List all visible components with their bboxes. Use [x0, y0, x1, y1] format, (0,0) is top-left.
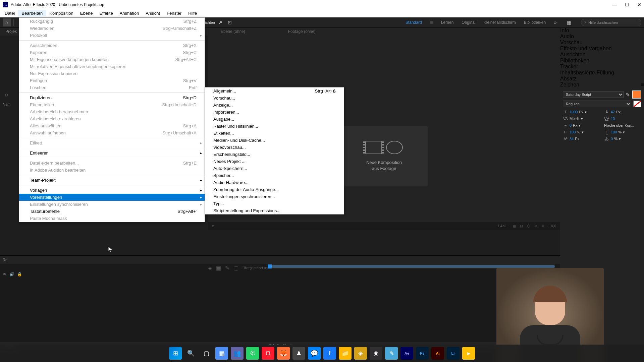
workspace-original[interactable]: Original: [462, 20, 475, 25]
submenu-item-speicher-[interactable]: Speicher...: [205, 172, 344, 179]
tl-eye-icon[interactable]: 👁: [3, 272, 7, 277]
menu-ansicht[interactable]: Ansicht: [142, 10, 163, 16]
taskbar-messenger[interactable]: 💬: [308, 347, 321, 360]
submenu-item-anzeige-[interactable]: Anzeige...: [205, 102, 344, 109]
hscale-value[interactable]: 100: [611, 130, 617, 134]
kerning-value[interactable]: Metrik: [570, 117, 580, 121]
taskbar-app-1[interactable]: ▦: [215, 347, 228, 360]
menu-datei[interactable]: Datei: [1, 10, 18, 16]
taskbar-aftereffects[interactable]: Ae: [400, 347, 413, 360]
panel-zeichen[interactable]: Zeichen ≡: [560, 82, 644, 88]
submenu-item-zuordnung-der-audio-ausg-nge-[interactable]: Zuordnung der Audio-Ausgänge...: [205, 186, 344, 193]
stroke-value[interactable]: 0: [570, 123, 572, 127]
menu-item-vorlagen[interactable]: Vorlagen▸: [19, 187, 205, 194]
panel-vorschau[interactable]: Vorschau: [560, 40, 644, 46]
timeline-render-tab[interactable]: Re: [3, 258, 7, 262]
workspace-menu[interactable]: ▦: [565, 18, 573, 26]
panel-effekte[interactable]: Effekte und Vorgaben: [560, 46, 644, 52]
panel-audio[interactable]: Audio: [560, 34, 644, 40]
stroke-none-icon[interactable]: [633, 101, 641, 107]
font-size-value[interactable]: 1000: [570, 110, 578, 114]
vscale-value[interactable]: 100: [570, 130, 576, 134]
submenu-item-neues-projekt-[interactable]: Neues Projekt ...: [205, 158, 344, 165]
submenu-item-audio-hardware-[interactable]: Audio-Hardware...: [205, 179, 344, 186]
taskbar-lightroom[interactable]: Lr: [447, 347, 460, 360]
submenu-item-vorschau-[interactable]: Vorschau...: [205, 95, 344, 102]
menu-item-tastaturbefehle[interactable]: TastaturbefehleStrg+Alt+': [19, 208, 205, 215]
snap-tool[interactable]: ↗: [216, 18, 224, 26]
menu-bearbeiten[interactable]: Bearbeiten: [18, 10, 46, 16]
taskbar-whatsapp[interactable]: ✆: [246, 347, 259, 360]
viewer-zoom[interactable]: ▾: [212, 224, 214, 228]
new-composition-card[interactable]: Neue Komposition aus Footage: [340, 126, 428, 186]
close-button[interactable]: ✕: [637, 2, 641, 7]
submenu-item-ausgabe-[interactable]: Ausgabe...: [205, 116, 344, 123]
tab-projekt[interactable]: Projek: [3, 28, 19, 35]
taskbar-illustrator[interactable]: Ai: [431, 347, 444, 360]
submenu-item-erscheinungsbild-[interactable]: Erscheinungsbild...: [205, 151, 344, 158]
tsume-value[interactable]: 0: [611, 137, 613, 141]
taskbar-opera[interactable]: O: [262, 347, 274, 360]
viewer-icon-2[interactable]: ⊡: [520, 224, 523, 228]
submenu-item-videovorschau-[interactable]: Videovorschau...: [205, 144, 344, 151]
tl-tool-3[interactable]: ✎: [225, 265, 229, 271]
tab-footage[interactable]: Footage (ohne): [285, 28, 318, 35]
submenu-item-typ-[interactable]: Typ...: [205, 200, 344, 207]
taskbar-photoshop[interactable]: Ps: [416, 347, 429, 360]
menu-hilfe[interactable]: Hilfe: [185, 10, 200, 16]
tracking-value[interactable]: 10: [611, 117, 615, 121]
taskbar-start[interactable]: ⊞: [169, 347, 182, 360]
taskbar-obs[interactable]: ◉: [370, 347, 382, 360]
menu-ebene[interactable]: Ebene: [77, 10, 96, 16]
mask-tool[interactable]: ⊡: [226, 18, 234, 26]
submenu-item-auto-speichern-[interactable]: Auto-Speichern...: [205, 165, 344, 172]
submenu-item-importieren-[interactable]: Importieren...: [205, 109, 344, 116]
viewer-icon-1[interactable]: ▦: [513, 224, 516, 228]
menu-item-team-projekt[interactable]: Team-Projekt▸: [19, 177, 205, 184]
submenu-item-raster-und-hilfslinien-[interactable]: Raster und Hilfslinien...: [205, 123, 344, 130]
panel-absatz[interactable]: Absatz: [560, 76, 644, 82]
viewer-icon-5[interactable]: ⚙: [541, 224, 545, 228]
taskbar-app-4[interactable]: ✎: [385, 347, 398, 360]
submenu-item-etiketten-[interactable]: Etiketten...: [205, 130, 344, 137]
tl-tool-2[interactable]: ▣: [216, 265, 221, 271]
submenu-item-medien-und-disk-cache-[interactable]: Medien- und Disk-Cache...: [205, 137, 344, 144]
viewer-icon-3[interactable]: ⬡: [527, 224, 530, 228]
project-search-icon[interactable]: ⌕: [3, 90, 11, 99]
baseline-value[interactable]: 34: [570, 137, 574, 141]
tl-lock-icon[interactable]: 🔒: [17, 272, 22, 277]
eyedropper-icon[interactable]: ✎: [626, 92, 630, 98]
stroke-mode[interactable]: Fläche über Kon...: [604, 123, 634, 127]
workspace-lernen[interactable]: Lernen: [441, 20, 453, 25]
menu-komposition[interactable]: Komposition: [46, 10, 77, 16]
tl-tool-4[interactable]: ⬚: [233, 265, 238, 271]
workspace-bibliotheken[interactable]: Bibliotheken: [524, 20, 546, 25]
home-tool[interactable]: ⌂: [3, 18, 11, 26]
menu-item-duplizieren[interactable]: DuplizierenStrg+D: [19, 94, 205, 101]
taskbar-app-2[interactable]: ♟: [292, 347, 305, 360]
font-family-select[interactable]: Saturday Script: [563, 91, 624, 98]
leading-value[interactable]: 47: [611, 110, 615, 114]
tl-speaker-icon[interactable]: 🔊: [9, 272, 14, 277]
menu-effekte[interactable]: Effekte: [96, 10, 116, 16]
submenu-item-einstellungen-synchronisieren-[interactable]: Einstellungen synchronisieren...: [205, 193, 344, 200]
menu-item-voreinstellungen[interactable]: Voreinstellungen▸: [19, 194, 205, 201]
fill-color-swatch[interactable]: [632, 90, 641, 99]
workspace-standard[interactable]: Standard: [406, 20, 422, 25]
taskbar-taskview[interactable]: ▢: [200, 347, 213, 360]
panel-ausrichten[interactable]: Ausrichten: [560, 52, 644, 58]
help-search[interactable]: ⍰ Hilfe durchsuchen: [581, 19, 641, 26]
panel-fuellung[interactable]: Inhaltsbasierte Füllung: [560, 70, 644, 76]
panel-tracker[interactable]: Tracker: [560, 64, 644, 70]
tab-ebene[interactable]: Ebene (ohne): [218, 28, 248, 35]
taskbar-facebook[interactable]: f: [323, 347, 336, 360]
font-style-select[interactable]: Regular: [563, 101, 631, 107]
taskbar-explorer[interactable]: 📁: [339, 347, 352, 360]
workspace-kleiner[interactable]: Kleiner Bildschirm: [484, 20, 516, 25]
submenu-item-skripterstellung-und-expressions-[interactable]: Skripterstellung und Expressions...: [205, 207, 344, 214]
tl-tool-1[interactable]: ◈: [208, 265, 212, 271]
menu-item-entleeren[interactable]: Entleeren▸: [19, 149, 205, 157]
minimize-button[interactable]: —: [612, 2, 617, 7]
viewer-icon-4[interactable]: ⊛: [534, 224, 537, 228]
viewer-anim[interactable]: 1 Ani...: [497, 224, 509, 228]
